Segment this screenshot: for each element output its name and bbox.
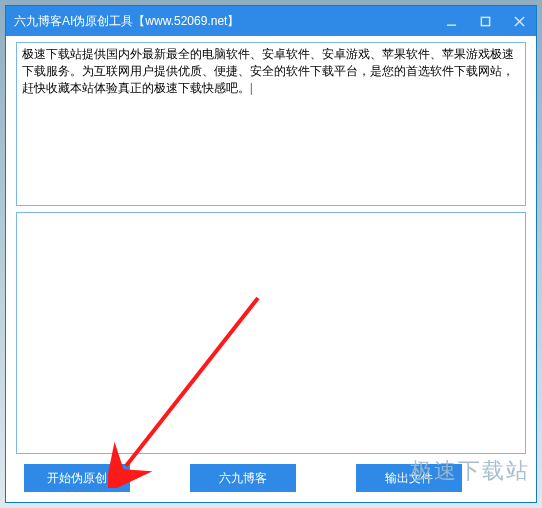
close-icon (514, 16, 525, 27)
titlebar: 六九博客AI伪原创工具【www.52069.net】 (6, 6, 536, 36)
app-window: 六九博客AI伪原创工具【www.52069.net】 开始伪原创 六九博客 输出… (5, 5, 537, 503)
maximize-icon (480, 16, 491, 27)
window-body: 开始伪原创 六九博客 输出文件 (6, 36, 536, 502)
window-title: 六九博客AI伪原创工具【www.52069.net】 (14, 13, 239, 30)
close-button[interactable] (502, 6, 536, 36)
output-textarea[interactable] (16, 212, 526, 454)
minimize-icon (446, 16, 457, 27)
maximize-button[interactable] (468, 6, 502, 36)
export-button[interactable]: 输出文件 (356, 464, 462, 492)
blog-button[interactable]: 六九博客 (190, 464, 296, 492)
minimize-button[interactable] (434, 6, 468, 36)
start-button[interactable]: 开始伪原创 (24, 464, 130, 492)
input-textarea[interactable] (16, 42, 526, 206)
window-controls (434, 6, 536, 36)
button-row: 开始伪原创 六九博客 输出文件 (16, 460, 526, 494)
svg-rect-1 (481, 17, 489, 25)
